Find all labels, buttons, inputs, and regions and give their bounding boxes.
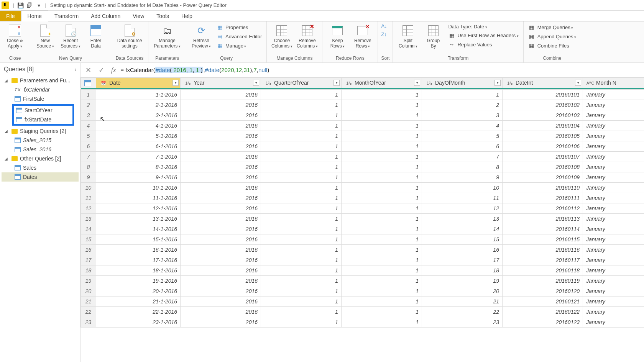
col-day[interactable]: 1²₃DayOfMonth▾ — [422, 78, 503, 88]
tab-home[interactable]: Home — [21, 10, 48, 21]
cell-month[interactable]: 1 — [342, 286, 422, 296]
combine-files-button[interactable]: ▦Combine Files — [527, 41, 578, 50]
data-source-settings-button[interactable]: ⚙Data source settings — [114, 23, 145, 51]
cell-date[interactable]: 17-1-2016 — [96, 255, 181, 265]
cell-dateint[interactable]: 20160113 — [503, 214, 583, 224]
cell-year[interactable]: 2016 — [181, 307, 261, 317]
cell-month[interactable]: 1 — [342, 255, 422, 265]
collapse-pane-icon[interactable]: ‹ — [74, 66, 76, 72]
replace-values-button[interactable]: ↔Replace Values — [447, 40, 520, 49]
cell-month[interactable]: 1 — [342, 131, 422, 141]
cell-dateint[interactable]: 20160104 — [503, 121, 583, 131]
cell-quarter[interactable]: 1 — [261, 203, 342, 214]
cell-quarter[interactable]: 1 — [261, 276, 342, 286]
cell-month[interactable]: 1 — [342, 296, 422, 307]
qat-dropdown-icon[interactable]: ▾ — [34, 1, 43, 10]
query-sales2015[interactable]: Sales_2015 — [2, 136, 79, 145]
cell-date[interactable]: 22-1-2016 — [96, 307, 181, 317]
cell-dateint[interactable]: 20160105 — [503, 131, 583, 141]
cell-month[interactable]: 1 — [342, 193, 422, 203]
cell-monthname[interactable]: January — [583, 234, 644, 245]
cell-month[interactable]: 1 — [342, 265, 422, 276]
cell-year[interactable]: 2016 — [181, 317, 261, 328]
table-row[interactable]: 18 18-1-2016 2016 1 1 18 20160118 Januar… — [81, 265, 644, 276]
cell-dateint[interactable]: 20160120 — [503, 286, 583, 296]
cell-day[interactable]: 8 — [422, 162, 503, 172]
query-sales[interactable]: Sales — [2, 163, 79, 172]
cell-quarter[interactable]: 1 — [261, 183, 342, 193]
cell-day[interactable]: 9 — [422, 172, 503, 183]
cell-year[interactable]: 2016 — [181, 286, 261, 296]
cell-month[interactable]: 1 — [342, 183, 422, 193]
cell-month[interactable]: 1 — [342, 110, 422, 121]
cell-dateint[interactable]: 20160114 — [503, 224, 583, 234]
cell-monthname[interactable]: January — [583, 317, 644, 328]
col-month[interactable]: 1²₃MonthOfYear▾ — [342, 78, 422, 88]
table-row[interactable]: 17 17-1-2016 2016 1 1 17 20160117 Januar… — [81, 255, 644, 265]
cell-day[interactable]: 17 — [422, 255, 503, 265]
cell-day[interactable]: 5 — [422, 131, 503, 141]
cell-year[interactable]: 2016 — [181, 110, 261, 121]
copy-icon[interactable]: 🗐 — [25, 1, 34, 10]
cell-date[interactable]: 6-1-2016 — [96, 141, 181, 152]
cell-day[interactable]: 6 — [422, 141, 503, 152]
cell-date[interactable]: 7-1-2016 — [96, 152, 181, 162]
cell-year[interactable]: 2016 — [181, 296, 261, 307]
formula-input[interactable]: = fxCalendar( #date( 2016, 1, 1 ), #date… — [120, 67, 642, 74]
cell-day[interactable]: 1 — [422, 90, 503, 100]
manage-parameters-button[interactable]: 🗂Manage Parameters — [151, 23, 183, 51]
tab-add-column[interactable]: Add Column — [85, 11, 127, 21]
cell-dateint[interactable]: 20160119 — [503, 276, 583, 286]
manage-button[interactable]: ▦Manage — [215, 41, 263, 50]
cell-monthname[interactable]: January — [583, 121, 644, 131]
tab-tools[interactable]: Tools — [150, 11, 175, 21]
folder-staging[interactable]: ◢Staging Queries [2] — [2, 126, 79, 136]
cell-day[interactable]: 2 — [422, 100, 503, 110]
cell-date[interactable]: 9-1-2016 — [96, 172, 181, 183]
group-by-button[interactable]: Group By — [421, 23, 445, 51]
cell-day[interactable]: 13 — [422, 214, 503, 224]
data-type-button[interactable]: Data Type: Date — [447, 23, 520, 30]
cell-date[interactable]: 1-1-2016 — [96, 90, 181, 100]
cell-dateint[interactable]: 20160107 — [503, 152, 583, 162]
cell-day[interactable]: 18 — [422, 265, 503, 276]
table-row[interactable]: 20 20-1-2016 2016 1 1 20 20160120 Januar… — [81, 286, 644, 296]
filter-dropdown-icon[interactable]: ▾ — [414, 80, 420, 86]
cell-day[interactable]: 21 — [422, 296, 503, 307]
col-year[interactable]: 1²₃Year▾ — [181, 78, 261, 88]
cell-quarter[interactable]: 1 — [261, 286, 342, 296]
cell-month[interactable]: 1 — [342, 121, 422, 131]
cell-year[interactable]: 2016 — [181, 234, 261, 245]
cell-month[interactable]: 1 — [342, 317, 422, 328]
cell-quarter[interactable]: 1 — [261, 193, 342, 203]
query-startofyear[interactable]: StartOfYear — [14, 106, 72, 115]
cell-monthname[interactable]: January — [583, 131, 644, 141]
cancel-formula-button[interactable]: ✕ — [83, 65, 94, 75]
table-row[interactable]: 9 9-1-2016 2016 1 1 9 20160109 January — [81, 172, 644, 183]
cell-date[interactable]: 15-1-2016 — [96, 234, 181, 245]
cell-year[interactable]: 2016 — [181, 131, 261, 141]
cell-monthname[interactable]: January — [583, 203, 644, 214]
commit-formula-button[interactable]: ✓ — [96, 65, 107, 75]
tab-transform[interactable]: Transform — [48, 11, 85, 21]
cell-day[interactable]: 22 — [422, 307, 503, 317]
table-row[interactable]: 14 14-1-2016 2016 1 1 14 20160114 Januar… — [81, 224, 644, 234]
table-row[interactable]: 22 22-1-2016 2016 1 1 22 20160122 Januar… — [81, 307, 644, 317]
remove-columns-button[interactable]: Remove Columns — [295, 23, 319, 51]
filter-dropdown-icon[interactable]: ▾ — [575, 80, 581, 86]
cell-dateint[interactable]: 20160111 — [503, 193, 583, 203]
cell-quarter[interactable]: 1 — [261, 152, 342, 162]
folder-other[interactable]: ◢Other Queries [2] — [2, 154, 79, 163]
cell-monthname[interactable]: January — [583, 172, 644, 183]
cell-year[interactable]: 2016 — [181, 152, 261, 162]
tab-view[interactable]: View — [127, 11, 150, 21]
cell-year[interactable]: 2016 — [181, 245, 261, 255]
cell-day[interactable]: 11 — [422, 193, 503, 203]
table-row[interactable]: 15 15-1-2016 2016 1 1 15 20160115 Januar… — [81, 234, 644, 245]
cell-day[interactable]: 12 — [422, 203, 503, 214]
cell-year[interactable]: 2016 — [181, 141, 261, 152]
cell-monthname[interactable]: January — [583, 307, 644, 317]
cell-month[interactable]: 1 — [342, 203, 422, 214]
sort-desc-button[interactable]: Z↓ — [381, 31, 389, 38]
col-monthname[interactable]: AᴮCMonth N — [583, 78, 644, 88]
